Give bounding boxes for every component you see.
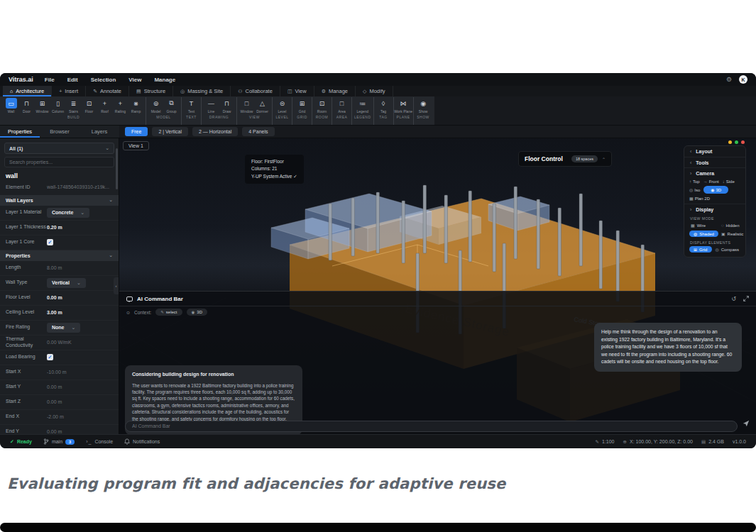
property-select[interactable]: Concrete bbox=[47, 208, 89, 218]
tool-button[interactable]: ≣ Stairs bbox=[66, 98, 81, 113]
tool-button[interactable]: ⋈ Work Plane bbox=[396, 98, 411, 113]
search-properties-input[interactable]: Search properties... bbox=[4, 157, 114, 167]
tool-button[interactable]: △ Dormer bbox=[255, 98, 270, 113]
viewport-layout-button[interactable]: 2 — Horizontal bbox=[192, 127, 238, 136]
ribbon-tab[interactable]: + Insert bbox=[52, 86, 86, 96]
tool-button[interactable]: + Railing bbox=[113, 98, 128, 113]
tool-button[interactable]: ◉ Show bbox=[416, 98, 431, 113]
tool-button[interactable]: ⊡ Room bbox=[314, 98, 329, 113]
tool-button[interactable]: □ Area bbox=[334, 98, 349, 113]
property-value[interactable]: 0.00 m bbox=[47, 384, 62, 389]
tool-button[interactable]: ⊓ Door bbox=[19, 98, 34, 113]
property-select[interactable]: None bbox=[47, 323, 80, 333]
ai-command-input[interactable] bbox=[125, 421, 738, 432]
sidebar-collapse-handle[interactable] bbox=[114, 277, 119, 294]
property-checkbox[interactable] bbox=[47, 239, 53, 245]
section-camera[interactable]: › Camera bbox=[684, 167, 745, 178]
tool-button[interactable]: ⊜ Level bbox=[275, 98, 290, 113]
send-icon[interactable] bbox=[743, 420, 750, 427]
property-value[interactable]: 0.00 m bbox=[47, 295, 62, 300]
property-select[interactable]: Vertical bbox=[47, 278, 86, 288]
tool-button[interactable]: ◊ Tag bbox=[376, 98, 391, 113]
tool-button[interactable]: ⊞ Window bbox=[35, 98, 50, 113]
ribbon-tab[interactable]: ◫ View bbox=[280, 86, 314, 96]
context-pill[interactable]: ◉ 3D bbox=[187, 309, 207, 316]
history-icon[interactable]: ↺ bbox=[731, 296, 736, 302]
property-checkbox[interactable] bbox=[47, 354, 53, 360]
viewport-layout-button[interactable]: 4 Panels bbox=[242, 127, 274, 136]
property-value[interactable]: -2.00 m bbox=[47, 414, 64, 419]
filter-dropdown[interactable]: All (1) bbox=[4, 143, 114, 154]
view-label[interactable]: View 1 bbox=[123, 141, 149, 150]
section-tools[interactable]: ‹ Tools bbox=[684, 157, 745, 167]
ribbon-tab[interactable]: ⚇ Collaborate bbox=[231, 86, 280, 96]
context-pill[interactable]: ✎ select bbox=[155, 309, 182, 316]
tool-button[interactable]: ⧉ Group bbox=[164, 98, 179, 113]
display-element-button[interactable]: ⊞ Grid bbox=[689, 246, 712, 253]
panel-tab[interactable]: Properties bbox=[0, 126, 40, 138]
floor-control-panel[interactable]: Floor Control 18 spaces bbox=[518, 151, 612, 167]
view-mode-button[interactable]: ◍ Shaded bbox=[689, 231, 718, 237]
property-value[interactable]: 0.00 m bbox=[47, 429, 62, 434]
tool-button[interactable]: + Roof bbox=[97, 98, 112, 113]
tool-button[interactable]: ⊓ Draw bbox=[219, 98, 234, 113]
console-item[interactable]: Console bbox=[86, 439, 113, 444]
section-header[interactable]: Properties bbox=[0, 250, 119, 261]
tool-button[interactable]: ⊡ Floor bbox=[82, 98, 97, 113]
section-display[interactable]: › Display bbox=[684, 204, 745, 214]
view-mode-button[interactable]: ◌ Hidden bbox=[720, 222, 745, 228]
property-value[interactable]: 3.00 m bbox=[47, 310, 62, 315]
camera-button[interactable]: ↑ Top bbox=[689, 179, 700, 184]
tool-button[interactable]: T Text bbox=[184, 98, 199, 113]
camera-button-icon: ↑ bbox=[689, 179, 691, 184]
tool-button[interactable]: ⊚ Model bbox=[148, 98, 163, 113]
panel-tab[interactable]: Layers bbox=[80, 126, 119, 138]
property-value[interactable]: -10.00 m bbox=[47, 370, 67, 375]
git-branch-item[interactable]: main 3 bbox=[43, 438, 75, 445]
sidebar-scrollbar[interactable] bbox=[116, 148, 118, 189]
viewport-3d[interactable]: Evidence Storage Cold Storage View 1 Flo… bbox=[119, 138, 756, 434]
ribbon-tab[interactable]: ⌂ Architecture bbox=[3, 86, 52, 96]
view-mode-button[interactable]: ▣ Realistic bbox=[720, 231, 745, 237]
viewport-layout-button[interactable]: 2 | Vertical bbox=[152, 127, 188, 136]
tool-button[interactable]: ≔ Legend bbox=[355, 98, 370, 113]
viewport-layout-button[interactable]: Free bbox=[125, 127, 148, 136]
menu-item[interactable]: Edit bbox=[67, 77, 78, 83]
ai-context-row: ⊙ Context: ✎ select ◉ 3D bbox=[119, 306, 756, 318]
settings-gear-icon[interactable]: ⚙ bbox=[726, 76, 732, 83]
tool-button[interactable]: — Line bbox=[204, 98, 219, 113]
camera-button[interactable]: → Front bbox=[703, 179, 719, 184]
tool-button[interactable]: ▭ Wall bbox=[4, 98, 18, 113]
property-value[interactable]: 0.00 m bbox=[47, 399, 62, 404]
display-element-button[interactable]: ◎ Compass bbox=[713, 246, 740, 253]
menu-item[interactable]: Selection bbox=[91, 77, 116, 83]
tool-button[interactable]: □ Window bbox=[239, 98, 254, 113]
expand-icon[interactable] bbox=[743, 296, 749, 301]
notifications-item[interactable]: Notifications bbox=[124, 438, 160, 445]
menu-item[interactable]: File bbox=[45, 77, 55, 83]
menu-item[interactable]: View bbox=[128, 77, 141, 83]
tool-button[interactable]: ▯ Column bbox=[50, 98, 65, 113]
camera-button[interactable]: ↓ Side bbox=[723, 179, 735, 184]
camera-button[interactable]: ▦ Plan 2D bbox=[689, 196, 710, 201]
ribbon-tab[interactable]: ⚙ Manage bbox=[314, 86, 356, 96]
menu-item[interactable]: Manage bbox=[154, 77, 175, 83]
camera-button[interactable]: ◉ 3D bbox=[703, 186, 728, 194]
user-avatar[interactable]: K bbox=[739, 75, 747, 84]
panel-tab[interactable]: Browser bbox=[40, 126, 80, 138]
ribbon-tab[interactable]: ✎ Annotate bbox=[86, 86, 129, 96]
property-value[interactable]: 0.00 W/mK bbox=[47, 340, 72, 345]
ribbon-tab-icon: ⚙ bbox=[322, 89, 326, 94]
tool-button[interactable]: ⊞ Grid bbox=[295, 98, 309, 113]
section-header[interactable]: Wall Layers bbox=[0, 195, 119, 206]
tool-button[interactable]: ⋇ Ramp bbox=[128, 98, 143, 113]
section-layout[interactable]: ‹ Layout bbox=[684, 146, 745, 157]
property-value[interactable]: 8.00 m bbox=[47, 265, 62, 270]
ribbon-tab[interactable]: ▤ Structure bbox=[129, 86, 173, 96]
ribbon-tab[interactable]: ◇ Modify bbox=[356, 86, 393, 96]
property-value[interactable]: 0.20 m bbox=[47, 225, 62, 230]
camera-button[interactable]: ◎ Iso bbox=[689, 187, 700, 192]
ribbon-tab[interactable]: ◎ Massing & Site bbox=[173, 86, 231, 96]
floor-control-collapse-icon[interactable] bbox=[602, 157, 606, 162]
view-mode-button[interactable]: ▦ Wire bbox=[689, 222, 718, 228]
